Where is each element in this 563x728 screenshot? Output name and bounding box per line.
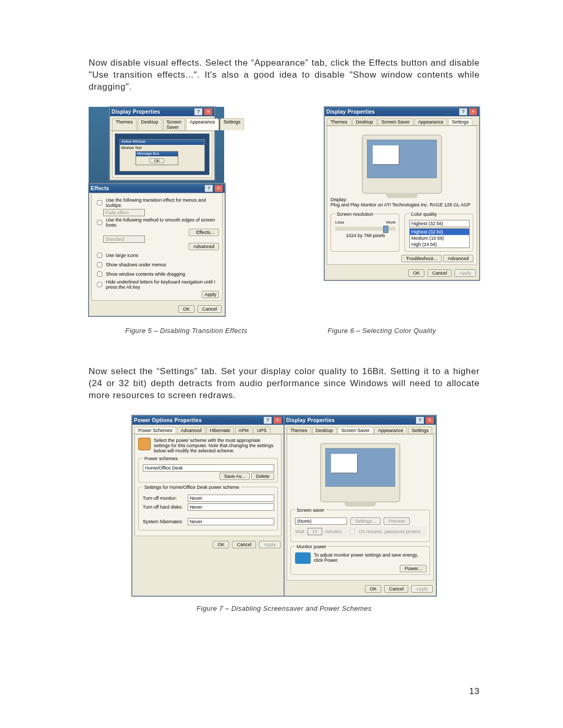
res-less: Less [335, 220, 344, 225]
tab-themes[interactable]: Themes [112, 118, 137, 130]
power-scheme-select[interactable]: Home/Office Desk [143, 464, 274, 472]
lbl-system-hibernates: System hibernates: [143, 519, 185, 524]
cq-option-highest[interactable]: Highest (32 bit) [410, 229, 469, 235]
tab-desktop[interactable]: Desktop [312, 427, 337, 434]
figure-row-1: Display Properties ? × Themes Desktop Sc… [89, 107, 480, 316]
effects-dialog: Effects ? × Use the following transition… [89, 183, 225, 316]
advanced-button[interactable]: Advanced [443, 255, 473, 262]
close-icon[interactable]: × [425, 416, 434, 424]
ok-button[interactable]: OK [408, 269, 424, 277]
chk-password-protect: On resume, password protect [348, 527, 420, 536]
apply-button[interactable]: Apply [202, 291, 219, 298]
cq-option-high[interactable]: High (24 bit) [410, 241, 469, 248]
turn-off-monitor-select[interactable]: Never [188, 495, 274, 502]
lbl-turn-off-disks: Turn off hard disks: [143, 504, 185, 510]
chk-shadows[interactable]: Show shadows under menus [95, 261, 219, 269]
tab-settings[interactable]: Settings [220, 118, 244, 130]
tab-screen-saver[interactable]: Screen Saver [163, 118, 186, 130]
chk-smooth-fonts[interactable]: Use the following method to smooth edges… [95, 217, 219, 228]
tab-screen-saver[interactable]: Screen Saver [378, 118, 414, 125]
chk-shadows-label: Show shadows under menus [106, 262, 166, 267]
transition-effect-select: Fade effect [103, 209, 145, 216]
tab-settings[interactable]: Settings [448, 118, 473, 125]
smooth-method-select: Standard [103, 236, 145, 243]
tab-themes[interactable]: Themes [287, 427, 311, 434]
ok-button[interactable]: OK [365, 585, 381, 593]
chk-large-icons[interactable]: Use large icons [95, 251, 219, 260]
tab-settings[interactable]: Settings [408, 427, 433, 434]
page-number: 13 [469, 686, 480, 697]
tab-appearance[interactable]: Appearance [374, 427, 407, 434]
screen-resolution-legend: Screen resolution [335, 212, 375, 217]
close-icon[interactable]: × [204, 108, 213, 116]
cancel-button[interactable]: Cancel [232, 541, 256, 548]
figure-7: Power Options Properties ? × Power Schem… [89, 415, 480, 596]
help-icon[interactable]: ? [263, 416, 272, 424]
tab-advanced[interactable]: Advanced [177, 427, 205, 434]
system-hibernates-select[interactable]: Never [188, 518, 274, 525]
wait-label: Wait [295, 529, 304, 534]
tab-appearance[interactable]: Appearance [414, 118, 447, 125]
battery-icon [138, 438, 151, 450]
preview-active-window: Active Window [120, 140, 204, 145]
figure-5: Display Properties ? × Themes Desktop Sc… [89, 107, 224, 316]
close-icon[interactable]: × [469, 108, 478, 116]
preview-ok-button: OK [150, 158, 164, 163]
figure-7-caption: Figure 7 – Disabling Screensaver and Pow… [89, 604, 480, 612]
tab-desktop[interactable]: Desktop [352, 118, 377, 125]
window-title: Display Properties [112, 109, 160, 115]
cancel-button[interactable]: Cancel [427, 269, 451, 277]
close-icon[interactable]: × [273, 416, 282, 424]
ok-button[interactable]: OK [213, 541, 229, 548]
color-quality-select[interactable]: Highest (32 bit) [409, 220, 470, 227]
energy-star-icon [295, 552, 311, 564]
help-icon[interactable]: ? [415, 416, 424, 424]
tab-appearance[interactable]: Appearance [186, 118, 219, 130]
effects-button[interactable]: Effects... [189, 229, 219, 236]
help-icon[interactable]: ? [459, 108, 468, 116]
tab-screen-saver[interactable]: Screen Saver [338, 427, 374, 434]
turn-off-disks-select[interactable]: Never [188, 503, 274, 511]
color-quality-legend: Color quality [409, 212, 438, 217]
titlebar: Display Properties ? × [110, 107, 214, 116]
tab-ups[interactable]: UPS [253, 427, 271, 434]
screensaver-select[interactable]: (None) [295, 517, 347, 525]
chk-show-dragging[interactable]: Show window contents while dragging [95, 270, 219, 278]
figure-6-caption: Figure 6 – Selecting Color Quality [284, 327, 480, 335]
chk-hide-underlines[interactable]: Hide underlined letters for keyboard nav… [95, 279, 219, 290]
tab-power-schemes[interactable]: Power Schemes [134, 427, 176, 434]
ok-button[interactable]: OK [178, 305, 194, 313]
advanced-button[interactable]: Advanced [189, 243, 219, 250]
troubleshoot-button[interactable]: Troubleshoot... [401, 255, 442, 262]
wait-minutes: minutes [325, 529, 342, 534]
resolution-slider[interactable] [335, 227, 396, 231]
chk-smooth-fonts-label: Use the following method to smooth edges… [106, 217, 219, 228]
power-schemes-legend: Power schemes [143, 456, 179, 461]
power-options-dialog: Power Options Properties ? × Power Schem… [132, 415, 284, 596]
cq-option-medium[interactable]: Medium (16 bit) [410, 235, 469, 241]
close-icon[interactable]: × [214, 184, 223, 192]
paragraph-1: Now disable visual effects. Select the “… [89, 57, 480, 93]
monitor-preview [331, 129, 473, 197]
window-title: Display Properties [326, 109, 375, 115]
delete-button[interactable]: Delete [251, 473, 274, 480]
tab-apm[interactable]: APM [235, 427, 253, 434]
tab-themes[interactable]: Themes [327, 118, 351, 125]
chk-password-protect-label: On resume, password protect [359, 529, 420, 534]
scheme-settings-legend: Settings for Home/Office Desk power sche… [143, 485, 241, 490]
tab-hibernate[interactable]: Hibernate [206, 427, 234, 434]
preview-window-text: Window Text [120, 145, 204, 151]
display-properties-dialog: Display Properties ? × Themes Desktop Sc… [109, 107, 215, 180]
cancel-button[interactable]: Cancel [198, 305, 222, 313]
chk-transition-effects[interactable]: Use the following transition effect for … [95, 198, 219, 208]
help-icon[interactable]: ? [194, 108, 203, 116]
power-button[interactable]: Power... [400, 565, 426, 572]
color-quality-list[interactable]: Highest (32 bit) Medium (16 bit) High (2… [409, 228, 470, 248]
tab-desktop[interactable]: Desktop [138, 118, 162, 130]
save-as-button[interactable]: Save As... [219, 473, 250, 480]
cancel-button[interactable]: Cancel [384, 585, 408, 593]
preview-message-box: Message Box [136, 152, 178, 156]
window-title: Power Options Properties [134, 417, 202, 423]
help-icon[interactable]: ? [204, 184, 213, 192]
res-more: More [386, 220, 396, 225]
